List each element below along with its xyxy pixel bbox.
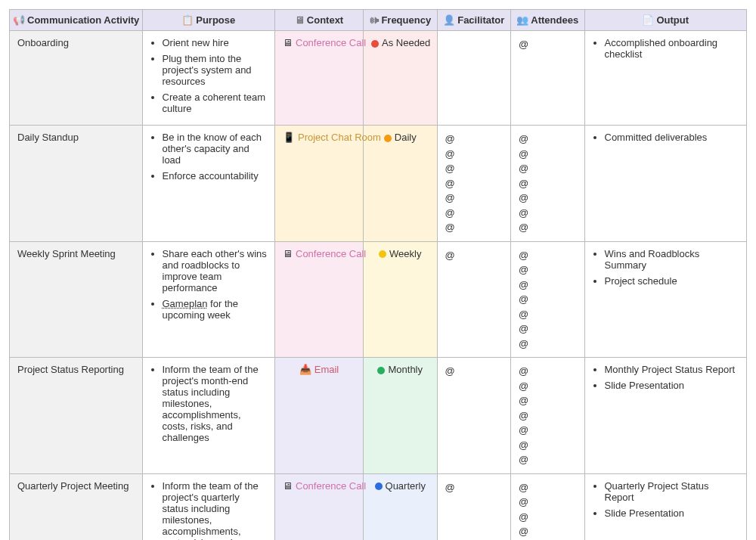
- header-frequency: 🕪Frequency: [364, 10, 438, 31]
- mention-icon: @: [519, 206, 577, 221]
- table-row: Daily StandupBe in the know of each othe…: [10, 126, 747, 242]
- mention-icon: @: [519, 220, 577, 235]
- table-row: Project Status ReportingInform the team …: [10, 358, 747, 474]
- mention-icon: @: [519, 176, 577, 191]
- attendees-cell: @@@@@@@: [511, 358, 585, 474]
- list-item: Create a coherent team culture: [163, 92, 268, 114]
- frequency-label: As Needed: [382, 37, 430, 48]
- list-item: Be in the know of each other's capacity …: [163, 132, 268, 166]
- mention-icon: @: [519, 191, 577, 206]
- communication-plan-table: 📢Communication Activity 📋Purpose 🖥Contex…: [9, 9, 747, 540]
- megaphone-icon: 📢: [13, 14, 25, 26]
- mention-icon: @: [445, 206, 503, 221]
- table-header: 📢Communication Activity 📋Purpose 🖥Contex…: [10, 10, 747, 31]
- mention-icon: @: [445, 248, 503, 263]
- context-label: Email: [314, 364, 339, 375]
- mention-icon: @: [445, 147, 503, 162]
- status-dot-icon: [384, 135, 392, 142]
- output-cell: Quarterly Project Status ReportSlide Pre…: [584, 473, 747, 540]
- header-output: 📄Output: [584, 10, 747, 31]
- facilitator-cell: [437, 31, 511, 126]
- mention-icon: @: [519, 292, 577, 307]
- conference-icon: 🖥: [283, 480, 293, 492]
- mention-icon: @: [445, 132, 503, 147]
- list-item: Accomplished onboarding checklist: [605, 37, 739, 60]
- mention-icon: @: [519, 132, 577, 147]
- mention-icon: @: [519, 408, 577, 424]
- list-item: Share each other's wins and roadblocks t…: [163, 248, 268, 293]
- list-item: Gameplan for the upcoming week: [163, 298, 268, 321]
- mention-icon: @: [519, 364, 577, 379]
- mention-icon: @: [519, 524, 577, 539]
- person-icon: 👤: [443, 14, 455, 26]
- frequency-label: Monthly: [388, 364, 423, 375]
- mention-icon: @: [519, 393, 577, 408]
- mention-icon: @: [519, 480, 577, 495]
- context-cell: 📱Project Chat Room: [275, 126, 364, 242]
- status-dot-icon: [371, 40, 379, 48]
- activity-cell: Quarterly Project Meeting: [10, 473, 143, 540]
- mention-icon: @: [519, 278, 577, 293]
- status-dot-icon: [377, 367, 385, 374]
- header-activity: 📢Communication Activity: [10, 10, 143, 31]
- clipboard-icon: 📋: [181, 14, 194, 26]
- output-cell: Accomplished onboarding checklist: [584, 31, 747, 126]
- mention-icon: @: [519, 495, 577, 510]
- mention-icon: @: [519, 307, 577, 322]
- header-purpose: 📋Purpose: [142, 10, 275, 31]
- mention-icon: @: [519, 262, 577, 278]
- frequency-label: Weekly: [389, 248, 421, 259]
- context-cell: 📥Email: [275, 358, 364, 474]
- list-item: Inform the team of the project's quarter…: [163, 480, 268, 541]
- conference-icon: 🖥: [283, 37, 293, 48]
- context-label: Conference Call: [296, 480, 366, 492]
- list-item: Project schedule: [605, 275, 739, 287]
- mention-icon: @: [519, 248, 577, 263]
- context-cell: 🖥Conference Call: [275, 31, 364, 126]
- status-dot-icon: [379, 250, 386, 258]
- mention-icon: @: [519, 37, 577, 52]
- document-icon: 📄: [642, 14, 654, 26]
- attendees-cell: @@@@@@@: [511, 241, 585, 358]
- mention-icon: @: [445, 364, 503, 379]
- list-item: Orient new hire: [163, 37, 268, 48]
- chat-icon: 📱: [283, 132, 295, 143]
- list-item: Monthly Project Status Report: [605, 364, 739, 375]
- mention-icon: @: [519, 452, 577, 467]
- output-cell: Wins and Roadblocks SummaryProject sched…: [584, 241, 747, 358]
- mention-icon: @: [445, 480, 503, 495]
- list-item: Wins and Roadblocks Summary: [605, 248, 739, 271]
- mention-icon: @: [445, 161, 503, 176]
- facilitator-cell: @@@@@@@: [437, 126, 511, 242]
- list-item: Committed deliverables: [605, 132, 739, 143]
- activity-cell: Weekly Sprint Meeting: [10, 241, 143, 358]
- list-item: Slide Presentation: [605, 380, 739, 391]
- table-body: OnboardingOrient new hirePlug them into …: [10, 31, 747, 541]
- mention-icon: @: [519, 337, 577, 352]
- activity-cell: Daily Standup: [10, 126, 143, 242]
- purpose-cell: Inform the team of the project's quarter…: [142, 473, 275, 540]
- people-icon: 👥: [516, 14, 528, 26]
- table-row: OnboardingOrient new hirePlug them into …: [10, 31, 747, 126]
- frequency-label: Daily: [395, 132, 417, 143]
- mention-icon: @: [519, 321, 577, 337]
- list-item: Quarterly Project Status Report: [605, 480, 739, 503]
- activity-cell: Onboarding: [10, 31, 143, 126]
- mention-icon: @: [445, 191, 503, 206]
- table-row: Weekly Sprint MeetingShare each other's …: [10, 241, 747, 358]
- list-item: Slide Presentation: [605, 507, 739, 519]
- list-item: Plug them into the project's system and …: [163, 53, 268, 87]
- facilitator-cell: @: [437, 241, 511, 358]
- facilitator-cell: @: [437, 358, 511, 474]
- purpose-cell: Share each other's wins and roadblocks t…: [142, 241, 275, 358]
- attendees-cell: @@@@@@@: [511, 126, 585, 242]
- mention-icon: @: [519, 423, 577, 438]
- email-icon: 📥: [299, 364, 311, 375]
- header-facilitator: 👤Facilitator: [437, 10, 511, 31]
- frequency-cell: Quarterly: [364, 473, 438, 540]
- purpose-cell: Inform the team of the project's month-e…: [142, 358, 275, 474]
- purpose-cell: Orient new hirePlug them into the projec…: [142, 31, 275, 126]
- purpose-cell: Be in the know of each other's capacity …: [142, 126, 275, 242]
- mention-icon: @: [519, 379, 577, 394]
- mention-icon: @: [519, 147, 577, 162]
